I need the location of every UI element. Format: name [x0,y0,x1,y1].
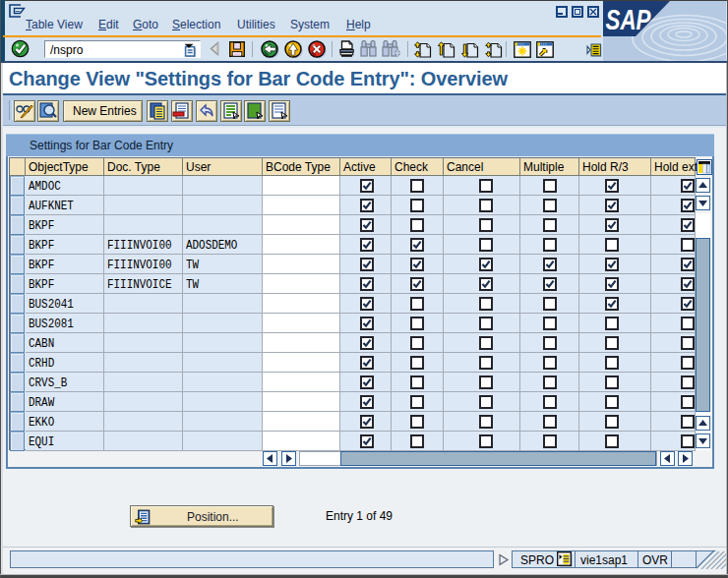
svg-text:SAP: SAP [606,3,651,35]
